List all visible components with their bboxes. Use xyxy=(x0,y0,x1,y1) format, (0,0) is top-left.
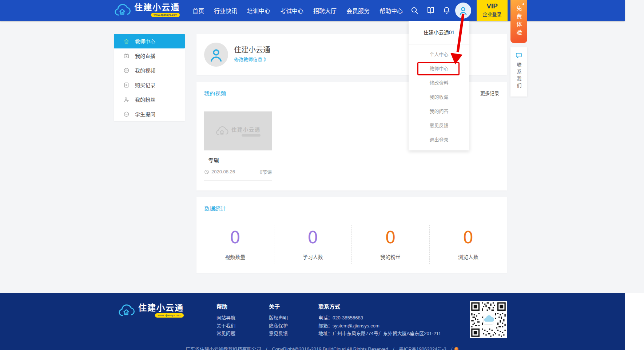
sidebar-item-label: 购买记录 xyxy=(135,81,155,89)
cloud-logo-icon xyxy=(114,3,131,17)
sidebar-item-my-live[interactable]: 我的直播 xyxy=(114,48,185,63)
library-icon[interactable] xyxy=(426,6,435,15)
footer-contact-address: 地址：广州市东风东路774号广东外贸大厦A座东区201-211 xyxy=(318,330,441,338)
nav-item-training-center[interactable]: 培训中心 xyxy=(247,6,270,15)
footer-link-about-us[interactable]: 关于我们 xyxy=(216,322,235,330)
footer-col-title: 关于 xyxy=(269,302,288,310)
brand-name: 住建小云通 xyxy=(134,3,180,12)
dropdown-item-personal-center[interactable]: 个人中心 xyxy=(409,47,469,62)
nav-item-member-services[interactable]: 会员服务 xyxy=(346,6,370,15)
home-icon xyxy=(123,38,130,44)
watermark-pill xyxy=(242,134,261,137)
watermark-cloud-icon xyxy=(215,126,228,137)
main-nav: 首页 行业快讯 培训中心 考试中心 招聘大厅 会员服务 帮助中心 xyxy=(192,0,403,21)
video-icon xyxy=(123,67,130,74)
stat-value: 0 xyxy=(385,229,396,246)
chat-icon xyxy=(515,52,522,59)
brand-logo[interactable]: 住建小云通 www.zjiansys.com xyxy=(114,3,180,17)
edit-teacher-info-link[interactable]: 修改教师信息 》 xyxy=(234,56,269,63)
footer-col-title: 帮助 xyxy=(216,302,235,310)
dropdown-item-teacher-center[interactable]: 教师中心 xyxy=(409,62,469,76)
copyright-divider xyxy=(114,343,530,343)
dropdown-item-logout[interactable]: 退出登录 xyxy=(409,133,469,147)
vip-sublabel: 企业登录 xyxy=(477,11,508,17)
profile-name: 住建小云通 xyxy=(234,44,270,55)
footer-contact-title: 联系方式 xyxy=(318,302,441,310)
footer-link-site-nav[interactable]: 网站导航 xyxy=(216,314,235,322)
records-icon xyxy=(123,82,130,88)
contact-us-label: 联系我们 xyxy=(517,62,521,90)
stat-value: 0 xyxy=(307,229,318,246)
footer-col-help: 帮助 网站导航 关于我们 常见问题 xyxy=(216,302,235,338)
footer-brand-url-badge: www.zjiansys.com xyxy=(155,313,184,318)
page: 住建小云通 www.zjiansys.com 首页 行业快讯 培训中心 考试中心… xyxy=(0,0,644,350)
footer-link-faq[interactable]: 常见问题 xyxy=(216,330,235,338)
dropdown-item-label: 教师中心 xyxy=(429,66,448,71)
cloud-logo-icon xyxy=(118,303,135,318)
video-title: 专辑 xyxy=(208,156,272,164)
stat-video-count: 0 视频数量 xyxy=(196,225,274,264)
right-edge-strip xyxy=(625,293,644,350)
footer-link-feedback[interactable]: 意见反馈 xyxy=(269,330,288,338)
person-icon xyxy=(208,47,224,63)
footer-link-copyright-statement[interactable]: 版权声明 xyxy=(269,314,288,322)
footer-contact-email: 邮箱：system@zjiansys.com xyxy=(318,322,441,330)
video-card[interactable]: 住建小云通 专辑 2020.08.26 0节课 xyxy=(204,111,272,181)
nav-item-exam-center[interactable]: 考试中心 xyxy=(280,6,303,15)
copyright-bar: 广东省住建小云通教育科技有限公司 / CopyRight@2016-2019 B… xyxy=(114,345,530,350)
profile-avatar xyxy=(204,43,228,67)
stat-view-count: 0 浏览人数 xyxy=(429,225,507,264)
footer-logo: 住建小云通 www.zjiansys.com xyxy=(118,303,184,318)
user-dropdown: 住建小云通01 个人中心 教师中心 修改资料 我的收藏 我的问答 意见反馈 退出… xyxy=(409,21,469,150)
nav-item-help-center[interactable]: 帮助中心 xyxy=(379,6,403,15)
user-avatar[interactable] xyxy=(455,3,471,19)
dropdown-item-feedback[interactable]: 意见反馈 xyxy=(409,118,469,133)
live-icon xyxy=(123,53,130,59)
nav-item-industry-news[interactable]: 行业快讯 xyxy=(214,6,237,15)
stat-label: 学习人数 xyxy=(303,253,323,260)
sidebar-item-teacher-center[interactable]: 教师中心 xyxy=(114,34,185,48)
copyright-text: 广东省住建小云通教育科技有限公司 / CopyRight@2016-2019 B… xyxy=(186,346,453,350)
sidebar-item-label: 我的视频 xyxy=(135,67,155,74)
dropdown-item-edit-profile[interactable]: 修改资料 xyxy=(409,76,469,90)
sidebar-item-my-fans[interactable]: 我的粉丝 xyxy=(114,92,185,107)
stat-value: 0 xyxy=(463,229,473,246)
video-meta: 2020.08.26 0节课 xyxy=(204,168,272,181)
footer-link-privacy[interactable]: 隐私保护 xyxy=(269,322,288,330)
dropdown-item-my-qa[interactable]: 我的问答 xyxy=(409,104,469,118)
footer-col-contact: 联系方式 电话：020-38556683 邮箱：system@zjiansys.… xyxy=(318,302,441,338)
sidebar-item-student-questions[interactable]: 学生提问 xyxy=(114,107,185,121)
notifications-icon[interactable] xyxy=(442,6,451,15)
stat-label: 我的粉丝 xyxy=(380,253,401,260)
contact-us-tab[interactable]: 联系我们 xyxy=(510,47,527,97)
stat-label: 浏览人数 xyxy=(458,253,478,260)
nav-item-home[interactable]: 首页 xyxy=(192,6,204,15)
footer-contact-phone: 电话：020-38556683 xyxy=(318,314,441,322)
stat-fans-count: 0 我的粉丝 xyxy=(351,225,429,264)
video-lesson-count: 0节课 xyxy=(260,168,272,175)
search-icon[interactable] xyxy=(410,6,419,15)
free-trial-label: 免费体验 xyxy=(516,5,522,38)
brand-url-badge: www.zjiansys.com xyxy=(151,13,180,17)
sidebar-item-label: 我的直播 xyxy=(135,52,155,59)
video-thumbnail[interactable]: 住建小云通 xyxy=(204,111,272,150)
footer-brand-name: 住建小云通 xyxy=(138,304,184,312)
watermark-text: 住建小云通 xyxy=(231,126,261,133)
sidebar-item-purchase-records[interactable]: 购买记录 xyxy=(114,78,185,92)
police-badge-icon xyxy=(454,347,458,350)
sidebar-item-label: 学生提问 xyxy=(135,110,155,118)
free-trial-tab[interactable]: 免费体验 xyxy=(510,0,527,43)
vip-enterprise-login-button[interactable]: VIP 企业登录 xyxy=(477,0,508,21)
top-navbar: 住建小云通 www.zjiansys.com 首页 行业快讯 培训中心 考试中心… xyxy=(0,0,625,21)
sidebar-item-label: 我的粉丝 xyxy=(135,96,155,103)
footer-col-about: 关于 版权声明 隐私保护 意见反馈 xyxy=(269,302,288,338)
nav-item-job-hall[interactable]: 招聘大厅 xyxy=(313,6,337,15)
more-records-link[interactable]: 更多记录 xyxy=(480,90,499,97)
stats-card: 数据统计 0 视频数量 0 学习人数 0 我的粉丝 0 浏览人数 xyxy=(196,197,507,273)
sparkle-dot xyxy=(522,3,524,5)
vip-label: VIP xyxy=(477,2,508,10)
dropdown-item-my-favorites[interactable]: 我的收藏 xyxy=(409,90,469,104)
stats-row: 0 视频数量 0 学习人数 0 我的粉丝 0 浏览人数 xyxy=(196,219,507,273)
sidebar-item-my-videos[interactable]: 我的视频 xyxy=(114,63,185,78)
videos-section-title: 我的视频 xyxy=(204,89,226,97)
